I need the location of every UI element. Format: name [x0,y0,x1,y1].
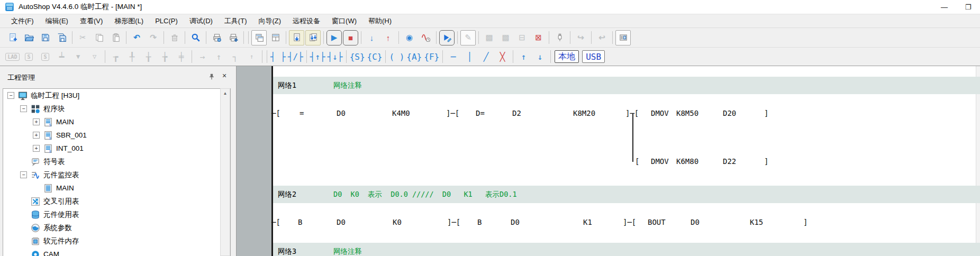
tree-item-软元件内存[interactable]: 软元件内存 [3,234,230,248]
arrow-right-button[interactable]: → [195,49,210,65]
h-line-button[interactable]: ─ [446,49,461,65]
usb-connect-button[interactable]: USB [582,50,605,63]
ladder-cell[interactable]: D= [476,109,485,117]
edit-mode-button[interactable]: ✎ [460,30,476,45]
copy-button[interactable] [92,30,107,45]
monitor-button[interactable]: ◉ [402,30,417,45]
tree-item-元件监控表[interactable]: −元件监控表 [3,168,230,181]
delete-line-button[interactable]: ╱ [478,49,494,65]
ladder-cell[interactable]: K0 [393,218,402,226]
expand-icon[interactable]: + [33,118,40,125]
cascade-windows-button[interactable] [251,30,267,45]
ladder-cell[interactable]: D0 [691,218,700,226]
upload-button[interactable]: ↑ [380,30,396,45]
ladder-cell[interactable]: DMOV [651,158,669,166]
reset-coil-button[interactable]: {C} [367,49,383,65]
menu-item-5[interactable]: PLC(P) [149,15,184,27]
sfc-transition-button[interactable]: S [38,49,53,65]
tree-item-int_001[interactable]: +sINT_001 [3,142,230,155]
save-button[interactable] [38,30,53,45]
pin-icon[interactable] [207,72,216,81]
corner-line-button[interactable]: ┐ [228,49,243,65]
ladder-cell[interactable]: = [300,109,304,117]
expand-icon[interactable]: + [33,145,40,152]
menu-item-2[interactable]: 编辑(E) [40,15,74,27]
maximize-button[interactable]: ❐ [956,0,980,14]
ladder-cell[interactable]: ]─[ [447,218,460,226]
contact-falling-button[interactable]: ┤↓├ [327,49,343,65]
close-panel-icon[interactable]: × [220,71,229,80]
scroll-up-icon[interactable]: ▲ [221,89,230,97]
rail-edit-3-button[interactable]: ╁ [141,49,156,65]
rail-edit-2-button[interactable]: ╀ [124,49,140,65]
network-header-1[interactable]: 网络1网络注释 [273,77,980,94]
compile-all-button[interactable] [305,30,321,45]
line-down-button[interactable]: ↓ [532,49,548,65]
network-header-3[interactable]: 网络3网络注释 [273,243,980,256]
undo-button[interactable]: ↶ [129,30,144,45]
collapse-icon[interactable]: − [7,92,14,99]
new-file-button[interactable] [5,30,20,45]
ladder-cell[interactable]: D0 [511,218,520,226]
branch-down-button[interactable]: ┷ [54,49,69,65]
ladder-cell[interactable]: ─[ [271,109,280,117]
sfc-step-button[interactable]: S [21,49,37,65]
delete-network-button[interactable]: ⊠ [531,30,546,45]
ladder-cell[interactable]: ] [764,158,768,166]
contact-rising-button[interactable]: ┤↑├ [310,49,326,65]
delete-vline-button[interactable]: ╳ [495,49,510,65]
rail-edit-5-button[interactable]: ╪ [174,49,189,65]
set-coil-button[interactable]: {S} [349,49,366,65]
line-up-button[interactable]: ↑ [516,49,531,65]
expand-icon[interactable]: + [33,132,40,139]
lad-mode-button[interactable]: LAD [5,49,20,65]
menu-item-8[interactable]: 向导(Z) [252,15,287,27]
paste-button[interactable] [108,30,123,45]
memory-card-button[interactable] [615,30,631,45]
tree-scrollbar[interactable]: ▲ [220,88,230,256]
ladder-cell[interactable]: BOUT [648,218,666,226]
rail-edit-1-button[interactable]: ┲ [108,49,123,65]
delete-row-button[interactable]: ▽ [87,49,102,65]
ladder-cell[interactable]: D22 [723,158,736,166]
collapse-icon[interactable]: − [20,171,27,178]
contact-closed-button[interactable]: ┤/├ [287,49,304,65]
ladder-cell[interactable]: D0 [337,109,346,117]
ladder-cell[interactable]: ]─[ [446,109,459,117]
ladder-cell[interactable]: D20 [723,109,736,117]
run-plc-button[interactable]: ▶ [326,30,342,45]
zoom-grid-alt-button[interactable]: ▩ [498,30,513,45]
ladder-cell[interactable]: K6M80 [676,158,698,166]
tile-windows-button[interactable] [268,30,283,45]
network-header-2[interactable]: 网络2D0 K0 表示 D0.0 ///// D0 K1 表示D0.1 [273,186,980,203]
rail-edit-4-button[interactable]: ╆ [157,49,173,65]
local-connect-button[interactable]: 本地 [555,50,579,63]
tree-item-系统参数[interactable]: 系统参数 [3,221,230,234]
ladder-cell[interactable]: B [298,218,302,226]
tree-item-符号表[interactable]: 符号表 [3,155,230,168]
tree-item-临时工程-h3u-[interactable]: −临时工程 [H3U] [3,89,230,102]
collapse-icon[interactable]: − [20,105,27,112]
tree-item-sbr_001[interactable]: +sSBR_001 [3,129,230,142]
insert-network-button[interactable]: ⊟ [514,30,530,45]
minimize-button[interactable]: — [932,0,956,14]
menu-item-7[interactable]: 工具(T) [219,15,253,27]
ladder-cell[interactable]: ]─[ [623,218,636,226]
ladder-cell[interactable]: K1 [583,218,592,226]
print-preview-button[interactable] [225,30,241,45]
ladder-cell[interactable]: ] [803,218,807,226]
contact-open-button[interactable]: ┤ ├ [270,49,286,65]
ladder-cell[interactable]: [ [635,158,639,166]
ladder-cell[interactable]: K8M50 [676,109,698,117]
func-instruction-button[interactable]: {F} [423,49,440,65]
ladder-cell[interactable]: DMOV [651,109,669,117]
usb-device-button[interactable] [552,30,567,45]
tree-item-交叉引用表[interactable]: 交叉引用表 [3,195,230,208]
ladder-cell[interactable]: ─[ [271,218,280,226]
jump-into-button[interactable]: ↪ [573,30,588,45]
open-project-button[interactable] [21,30,37,45]
arrow-up-button[interactable]: ↑ [211,49,226,65]
tree-item-元件使用表[interactable]: 元件使用表 [3,208,230,221]
zoom-grid-button[interactable]: ▩ [482,30,497,45]
find-button[interactable] [188,30,203,45]
